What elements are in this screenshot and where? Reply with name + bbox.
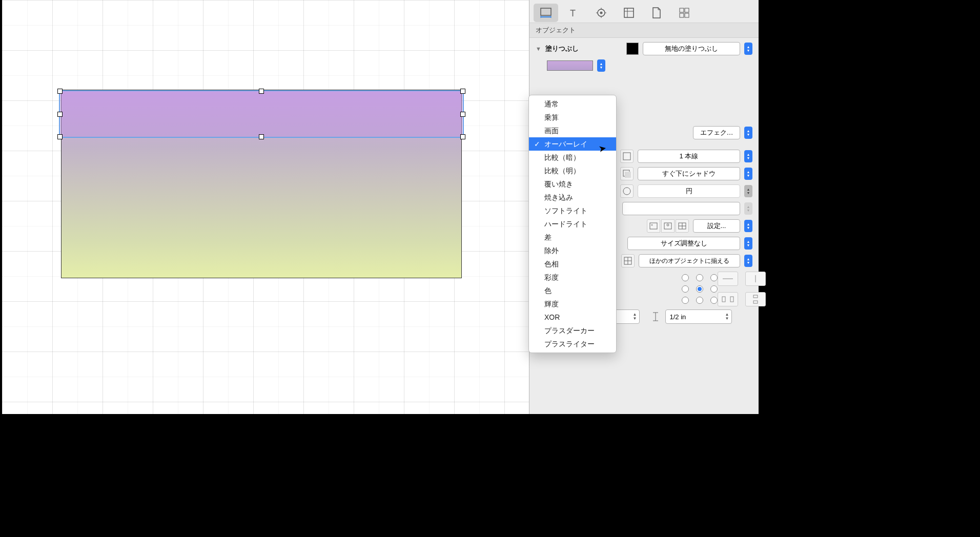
stroke-icon[interactable] (620, 150, 634, 163)
sizing-stepper[interactable] (744, 237, 752, 250)
image-fill-icon[interactable] (647, 219, 660, 233)
shadow-stepper[interactable] (744, 168, 752, 180)
sizing-popup[interactable]: サイズ調整なし (627, 237, 740, 250)
effect-value: エフェク… (697, 128, 737, 137)
blend-mode-item[interactable]: 通常 (529, 97, 616, 111)
resize-handle[interactable] (259, 89, 264, 94)
selected-rect[interactable] (59, 90, 464, 138)
anchor-mc[interactable] (696, 285, 703, 293)
anchor-ml[interactable] (682, 285, 689, 293)
effect-stepper[interactable] (744, 127, 752, 139)
effect-popup[interactable]: エフェク… (693, 126, 740, 139)
settings-label: 設定... (697, 221, 737, 231)
svg-rect-34 (722, 297, 725, 302)
anchor-tr[interactable] (710, 274, 718, 281)
blend-mode-item[interactable]: 色相 (529, 257, 616, 271)
blend-mode-item[interactable]: 除外 (529, 244, 616, 257)
svg-rect-16 (680, 13, 684, 17)
resize-handle[interactable] (460, 89, 465, 94)
table-icon[interactable] (676, 219, 689, 233)
align-popup[interactable]: ほかのオブジェクトに揃える (639, 254, 740, 267)
anchor-tc[interactable] (696, 274, 703, 281)
blend-mode-item[interactable]: プラスダーカー (529, 324, 616, 337)
settings-stepper[interactable] (744, 220, 752, 232)
anchor-bl[interactable] (682, 297, 689, 304)
blend-mode-item[interactable]: プラスライター (529, 337, 616, 350)
fill-stepper[interactable] (744, 43, 752, 55)
svg-rect-15 (685, 8, 689, 12)
blend-mode-menu[interactable]: 通常乗算画面オーバーレイ比較（暗）比較（明）覆い焼き焼き込みソフトライトハードラ… (528, 95, 617, 353)
anchor-mr[interactable] (710, 285, 718, 293)
shape-icon[interactable] (620, 184, 634, 198)
fill-swatch[interactable] (626, 43, 639, 55)
align-icon[interactable] (621, 254, 635, 267)
disclosure-icon[interactable]: ▼ (536, 46, 541, 52)
app-window: T オブジェクト ▼ 塗りつぶし 無地の塗りつぶし (2, 0, 759, 414)
svg-rect-17 (685, 13, 689, 17)
fill-type-value: 無地の塗りつぶし (646, 44, 737, 53)
shape-value: 円 (641, 187, 737, 196)
svg-rect-35 (730, 297, 733, 302)
blend-mode-item[interactable]: 彩度 (529, 271, 616, 284)
shadow-popup[interactable]: すぐ下にシャドウ (638, 167, 740, 180)
resize-handle[interactable] (460, 112, 465, 117)
blend-mode-item[interactable]: 焼き込み (529, 191, 616, 204)
fill-type-popup[interactable]: 無地の塗りつぶし (643, 42, 740, 55)
anchor-br[interactable] (710, 297, 718, 304)
resize-handle[interactable] (460, 134, 465, 139)
blend-mode-item[interactable]: 覆い焼き (529, 177, 616, 191)
empty-popup[interactable] (622, 202, 740, 215)
spacing-h[interactable] (718, 292, 738, 306)
stroke-value: 1 本線 (641, 152, 737, 161)
svg-point-23 (651, 224, 653, 226)
text-tab[interactable]: T (561, 4, 586, 22)
blend-mode-item[interactable]: 比較（明） (529, 164, 616, 177)
svg-rect-37 (753, 301, 758, 303)
distribute-h[interactable] (718, 272, 738, 286)
fill-color-stepper[interactable] (597, 59, 605, 72)
canvas-tab[interactable] (617, 4, 641, 22)
document-tab[interactable] (644, 4, 669, 22)
grid-tab[interactable] (672, 4, 697, 22)
v-spacing-icon (649, 310, 662, 323)
shadow-value: すぐ下にシャドウ (641, 169, 737, 178)
blend-mode-item[interactable]: 輝度 (529, 297, 616, 311)
resize-handle[interactable] (259, 134, 264, 139)
spacing-v[interactable] (745, 292, 766, 306)
blend-mode-item[interactable]: 乗算 (529, 111, 616, 124)
svg-point-25 (667, 224, 669, 226)
anchor-bc[interactable] (696, 297, 703, 304)
blend-mode-item[interactable]: 色 (529, 284, 616, 297)
panel-title: オブジェクト (529, 23, 759, 38)
blend-mode-item[interactable]: XOR (529, 311, 616, 324)
stroke-popup[interactable]: 1 本線 (638, 150, 740, 163)
resize-handle[interactable] (57, 112, 63, 117)
stroke-stepper[interactable] (744, 150, 752, 162)
shape-stepper[interactable] (744, 185, 752, 197)
properties-tab[interactable] (589, 4, 614, 22)
anchor-tl[interactable] (682, 274, 689, 281)
object-tab[interactable] (534, 4, 558, 22)
portrait-icon[interactable] (661, 219, 675, 233)
shadow-icon[interactable] (620, 167, 634, 180)
svg-rect-20 (625, 172, 631, 178)
blend-mode-item[interactable]: ソフトライト (529, 204, 616, 217)
settings-popup[interactable]: 設定... (693, 219, 740, 233)
blend-mode-item[interactable]: ハードライト (529, 217, 616, 231)
fill-color-thumb[interactable] (547, 60, 593, 71)
sizing-value: サイズ調整なし (631, 239, 737, 248)
svg-text:T: T (570, 8, 576, 18)
svg-rect-0 (541, 8, 551, 15)
canvas[interactable] (2, 0, 529, 414)
distribute-v[interactable] (745, 272, 766, 286)
blend-mode-item[interactable]: 差 (529, 231, 616, 244)
inspector-tabs: T (529, 0, 759, 23)
empty-stepper[interactable] (744, 202, 752, 215)
resize-handle[interactable] (57, 134, 63, 139)
resize-handle[interactable] (57, 89, 63, 94)
align-stepper[interactable] (744, 255, 752, 267)
shape-popup[interactable]: 円 (638, 184, 740, 198)
blend-mode-item[interactable]: 画面 (529, 124, 616, 137)
svg-rect-11 (624, 8, 634, 17)
v-spacing-input[interactable]: 1/2 in▲▼ (665, 309, 732, 324)
